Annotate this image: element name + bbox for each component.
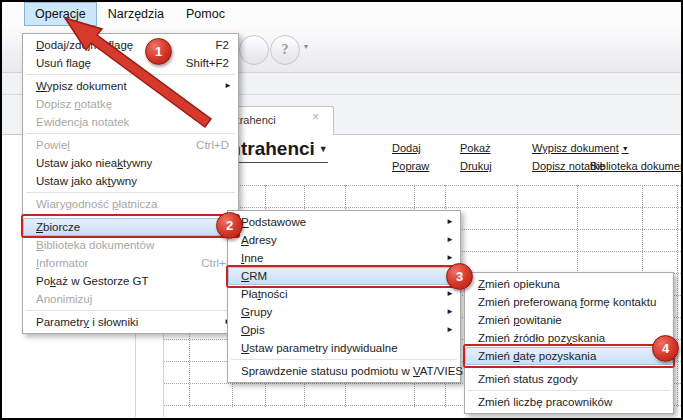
chevron-down-icon: ▼	[622, 145, 629, 152]
menu-item-wypisz-dokument[interactable]: Wypisz dokument►	[23, 77, 238, 95]
menu-item-powiel: PowielCtrl+D	[23, 136, 238, 154]
question-mark-glyph: ?	[282, 42, 289, 57]
grid-line	[677, 185, 678, 407]
app-window: OperacjeNarzędziaPomoc ? ▾ Kontrahenci ×…	[0, 0, 683, 420]
chevron-down-icon: ▼	[319, 144, 328, 154]
menu-item-label: Inne	[241, 249, 263, 267]
link-wypisz-dokument[interactable]: Wypisz dokument▼	[532, 142, 629, 154]
menu-item-label: Sprawdzenie statusu podmiotu w VAT/VIES	[241, 362, 463, 380]
help-icon[interactable]: ?	[270, 35, 300, 65]
menu-item-label: Opis	[241, 321, 265, 339]
menu-item-ustaw-parametry-indywidualne[interactable]: Ustaw parametry indywidualne	[228, 339, 460, 357]
menubar-item-operacje[interactable]: Operacje	[24, 2, 97, 26]
menu-item-label: Adresy	[241, 231, 277, 249]
link-drukuj[interactable]: Drukuj	[460, 160, 492, 172]
menu-item-label: Usuń flagę	[36, 54, 91, 72]
menu-separator	[26, 192, 235, 193]
menu-item-zmien-liczbe-pracownikow[interactable]: Zmień liczbę pracowników	[465, 393, 673, 411]
menu-item-informator: InformatorCtrl+I	[23, 254, 238, 272]
link-dodaj[interactable]: Dodaj	[392, 142, 421, 154]
close-icon[interactable]: ×	[312, 110, 319, 124]
menu-item-label: Zmień powitanie	[478, 311, 562, 329]
link-popraw[interactable]: Popraw	[392, 160, 429, 172]
menu-item-label: Wiarygodność płatnicza	[36, 195, 157, 213]
menu-item-label: Dodaj/zdejmij flagę	[36, 36, 133, 54]
menu-shortcut: Shift+F2	[176, 54, 229, 72]
menu-item-label: Ewidencja notatek	[36, 113, 129, 131]
menu-item-label: Biblioteka dokumentów	[36, 236, 154, 254]
menu-item-usun-flage[interactable]: Usuń flagęShift+F2	[23, 54, 238, 72]
submenu-arrow-icon: ►	[446, 303, 454, 321]
menu-shortcut: Ctrl+I	[191, 254, 229, 272]
menu-item-platnosci[interactable]: Płatności►	[228, 285, 460, 303]
menu-item-label: Zmień opiekuna	[478, 275, 560, 293]
menu-item-label: Zmień status zgody	[478, 370, 578, 388]
menu-item-zmien-powitanie[interactable]: Zmień powitanie	[465, 311, 673, 329]
menu-separator	[468, 367, 670, 368]
menu-separator	[26, 310, 235, 311]
annotation-step-1: 1	[145, 38, 172, 65]
menu-shortcut: Ctrl+D	[186, 136, 229, 154]
menu-item-label: Informator	[36, 254, 88, 272]
menu-item-crm[interactable]: CRM►	[228, 267, 460, 285]
submenu-arrow-icon: ►	[446, 231, 454, 249]
menubar: OperacjeNarzędziaPomoc	[2, 2, 681, 28]
menu-item-label: Ustaw jako aktywny	[36, 172, 137, 190]
menu-item-dodaj-zdejmij-flage[interactable]: Dodaj/zdejmij flagęF2	[23, 36, 238, 54]
menu-item-label: Zbiorcze	[36, 218, 80, 236]
menu-item-label: Płatności	[241, 285, 288, 303]
menu-item-podstawowe[interactable]: Podstawowe►	[228, 213, 460, 231]
menu-item-label: Powiel	[36, 136, 70, 154]
menu-item-zmien-opiekuna[interactable]: Zmień opiekuna	[465, 275, 673, 293]
submenu-arrow-icon: ►	[446, 321, 454, 339]
submenu-crm: Zmień opiekunaZmień preferowaną formę ko…	[464, 272, 674, 414]
grid-line	[163, 207, 681, 208]
link-label: Wypisz dokument	[532, 142, 619, 154]
menu-item-biblioteka-dokumentow: Biblioteka dokumentów	[23, 236, 238, 254]
menu-item-label: Zmień źródło pozyskania	[478, 329, 605, 347]
menu-separator	[26, 74, 235, 75]
menu-item-pokaz-w-gestorze-gt[interactable]: Pokaż w Gestorze GT	[23, 272, 238, 290]
menu-item-ustaw-jako-nieaktywny[interactable]: Ustaw jako nieaktywny	[23, 154, 238, 172]
menu-item-parametry-i-slowniki[interactable]: Parametry i słowniki►	[23, 313, 238, 331]
menubar-item-narzedzia[interactable]: Narzędzia	[97, 2, 175, 26]
menu-item-zbiorcze[interactable]: Zbiorcze	[23, 218, 238, 236]
link-biblioteka-dokumentow[interactable]: Biblioteka dokumentów	[590, 160, 683, 172]
menu-item-label: Zmień datę pozyskania	[478, 347, 596, 365]
menu-item-adresy[interactable]: Adresy►	[228, 231, 460, 249]
menu-item-zmien-status-zgody[interactable]: Zmień status zgody	[465, 370, 673, 388]
menu-separator	[26, 215, 235, 216]
link-pokaz[interactable]: Pokaż	[460, 142, 491, 154]
menu-item-ustaw-jako-aktywny[interactable]: Ustaw jako aktywny	[23, 172, 238, 190]
annotation-step-2: 2	[216, 212, 243, 239]
menu-item-dopisz-notatke: Dopisz notatkę	[23, 95, 238, 113]
menu-item-label: Wypisz dokument	[36, 77, 127, 95]
menu-item-zmien-date-pozyskania[interactable]: Zmień datę pozyskania	[465, 347, 673, 365]
menu-item-label: Zmień liczbę pracowników	[478, 393, 612, 411]
menu-shortcut: F2	[206, 36, 229, 54]
annotation-step-4: 4	[652, 335, 679, 362]
chevron-down-icon[interactable]: ▾	[304, 42, 308, 51]
menu-item-label: Grupy	[241, 303, 272, 321]
menu-item-label: Pokaż w Gestorze GT	[36, 272, 149, 290]
menu-item-anonimizuj: Anonimizuj	[23, 290, 238, 308]
menu-item-inne[interactable]: Inne►	[228, 249, 460, 267]
menu-item-sprawdzenie-statusu-podmiotu-w-vat-vies[interactable]: Sprawdzenie statusu podmiotu w VAT/VIES	[228, 362, 460, 380]
menu-item-label: Ustaw jako nieaktywny	[36, 154, 152, 172]
menu-item-ewidencja-notatek: Ewidencja notatek	[23, 113, 238, 131]
submenu-arrow-icon: ►	[224, 77, 232, 95]
toolbar-button-icon[interactable]	[239, 35, 269, 65]
menu-item-grupy[interactable]: Grupy►	[228, 303, 460, 321]
annotation-step-3: 3	[446, 263, 473, 290]
menu-item-label: Dopisz notatkę	[36, 95, 112, 113]
submenu-zbiorcze: Podstawowe►Adresy►Inne►CRM►Płatności►Gru…	[227, 210, 461, 383]
menu-item-opis[interactable]: Opis►	[228, 321, 460, 339]
menu-item-label: Podstawowe	[241, 213, 306, 231]
menubar-item-pomoc[interactable]: Pomoc	[175, 2, 236, 26]
menu-operacje: Dodaj/zdejmij flagęF2Usuń flagęShift+F2W…	[22, 33, 239, 334]
menu-item-zmien-zrodlo-pozyskania[interactable]: Zmień źródło pozyskania	[465, 329, 673, 347]
menu-item-label: Zmień preferowaną formę kontaktu	[478, 293, 656, 311]
menu-item-label: CRM	[241, 267, 267, 285]
menu-item-zmien-preferowana-forme-kontaktu[interactable]: Zmień preferowaną formę kontaktu	[465, 293, 673, 311]
menu-item-label: Ustaw parametry indywidualne	[241, 339, 398, 357]
